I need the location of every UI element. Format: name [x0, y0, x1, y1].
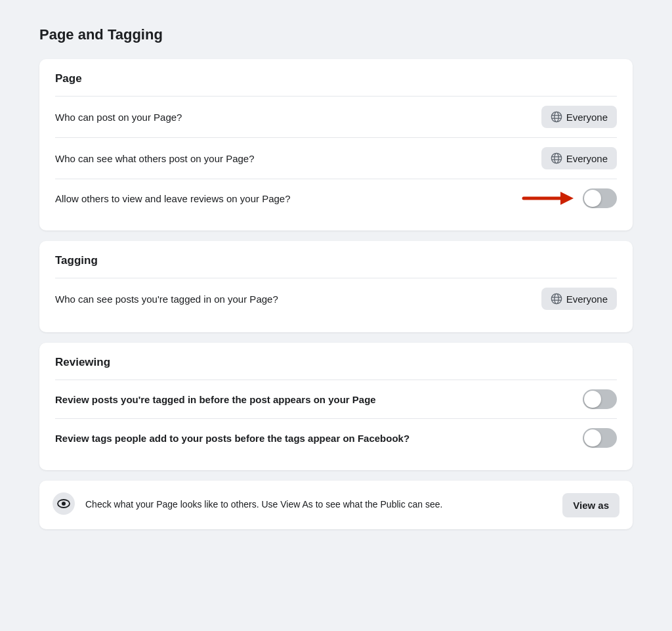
tagging-section-title: Tagging: [55, 254, 617, 267]
svg-point-10: [554, 294, 558, 303]
setting-row-who-can-post: Who can post on your Page? Everyone: [55, 96, 617, 137]
view-as-button[interactable]: View as: [562, 493, 620, 517]
allow-reviews-toggle[interactable]: [583, 188, 617, 208]
who-can-see-posts-label: Everyone: [566, 153, 608, 164]
setting-row-review-tags: Review tags people add to your posts bef…: [55, 418, 617, 457]
setting-row-who-can-see-tagged: Who can see posts you're tagged in on yo…: [55, 278, 617, 319]
svg-point-9: [551, 294, 561, 303]
setting-label-who-can-post: Who can post on your Page?: [55, 112, 541, 123]
setting-label-who-can-see-posts: Who can see what others post on your Pag…: [55, 153, 541, 164]
setting-label-review-tags: Review tags people add to your posts bef…: [55, 433, 583, 444]
setting-row-review-tagged: Review posts you're tagged in before the…: [55, 380, 617, 418]
svg-point-0: [551, 112, 561, 121]
svg-point-4: [551, 153, 561, 163]
globe-icon-2: [551, 152, 562, 164]
who-can-see-posts-button[interactable]: Everyone: [541, 147, 617, 169]
page-title: Page and Tagging: [39, 26, 633, 43]
svg-point-5: [554, 153, 558, 163]
page-section: Page Who can post on your Page? Everyone…: [39, 59, 633, 230]
who-can-post-button[interactable]: Everyone: [541, 106, 617, 128]
svg-point-15: [62, 502, 66, 506]
setting-row-who-can-see-posts: Who can see what others post on your Pag…: [55, 137, 617, 179]
annotation-arrow: [521, 188, 574, 209]
reviewing-section-title: Reviewing: [55, 356, 617, 369]
svg-marker-8: [560, 192, 574, 205]
footer-text: Check what your Page looks like to other…: [85, 498, 552, 511]
setting-label-allow-reviews: Allow others to view and leave reviews o…: [55, 193, 583, 204]
eye-icon: [52, 492, 75, 517]
review-tagged-toggle[interactable]: [583, 389, 617, 409]
setting-row-allow-reviews: Allow others to view and leave reviews o…: [55, 179, 617, 217]
tagging-section: Tagging Who can see posts you're tagged …: [39, 241, 633, 332]
review-tags-toggle[interactable]: [583, 428, 617, 448]
globe-icon-3: [551, 293, 562, 305]
globe-icon: [551, 111, 562, 123]
svg-point-1: [554, 112, 558, 121]
footer-card: Check what your Page looks like to other…: [39, 481, 633, 529]
setting-label-review-tagged: Review posts you're tagged in before the…: [55, 394, 583, 405]
reviewing-section: Reviewing Review posts you're tagged in …: [39, 343, 633, 470]
setting-label-who-can-see-tagged: Who can see posts you're tagged in on yo…: [55, 294, 541, 305]
who-can-see-tagged-label: Everyone: [566, 294, 608, 305]
who-can-post-label: Everyone: [566, 112, 608, 123]
who-can-see-tagged-button[interactable]: Everyone: [541, 288, 617, 310]
page-section-title: Page: [55, 72, 617, 85]
